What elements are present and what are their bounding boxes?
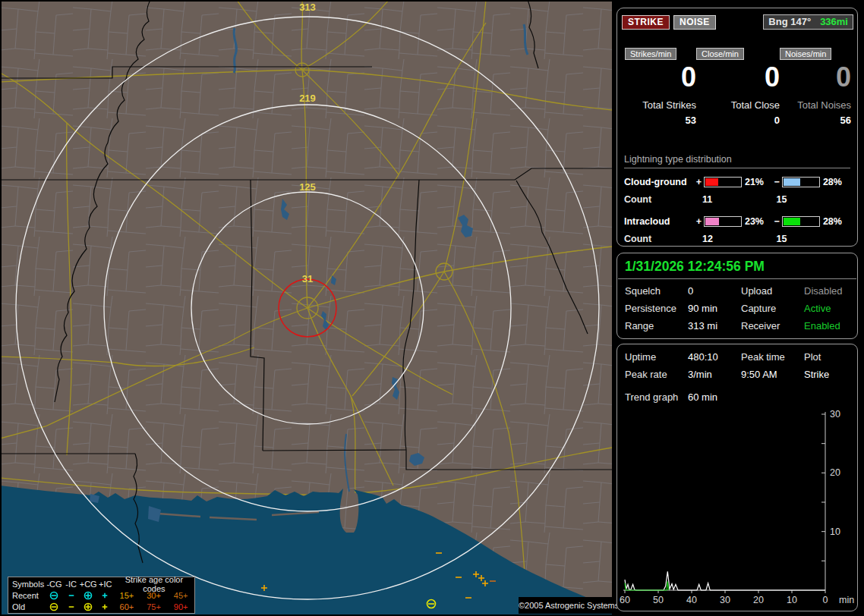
legend-row-label: Recent — [12, 591, 46, 600]
count-label: Count — [624, 194, 702, 205]
stats-row-2: Peak rate 3/min 9:50 AM Strike — [617, 369, 857, 380]
strikes-rate-value: 0 — [625, 63, 696, 92]
uptime-value: 480:10 — [688, 351, 741, 363]
legend-col--ic: -IC — [63, 580, 80, 589]
lightning-map[interactable]: 31321912531 — [2, 2, 612, 614]
cg-plus-count: 11 — [702, 194, 776, 205]
legend-header-row: Symbols -CG -IC +CG +IC Strike age color… — [12, 578, 194, 589]
upload-value: Disabled — [804, 285, 850, 297]
circle-plus-icon — [80, 602, 96, 612]
distance-value: 336mi — [820, 16, 848, 27]
uptime-label: Uptime — [625, 351, 688, 363]
ic-minus-bar — [782, 216, 819, 227]
distribution-title: Lightning type distribution — [624, 154, 850, 168]
total-noises-label: Total Noises — [780, 99, 851, 111]
ring-distance-label: 125 — [299, 181, 316, 193]
strike-symbol-plus — [102, 604, 108, 609]
stats-row-3: Trend graph 60 min — [617, 391, 857, 403]
strike-age-code: 45+ — [167, 591, 194, 600]
ic-plus-bar — [704, 216, 741, 227]
peak-time-value: 9:50 AM — [741, 369, 804, 380]
svg-text:20: 20 — [753, 595, 764, 605]
copyright-notice: ©2005 Astrogenic Systems — [519, 597, 612, 614]
squelch-label: Squelch — [625, 285, 688, 297]
ic-plus-percent: 23% — [745, 216, 772, 227]
intracloud-label: Intracloud — [624, 216, 694, 227]
strike-age-code: 15+ — [113, 591, 140, 600]
legend-row-label: Old — [12, 602, 46, 611]
strike-age-code: 60+ — [113, 602, 140, 611]
minus-icon — [63, 602, 80, 612]
receiver-value: Enabled — [804, 320, 850, 332]
trend-graph-label: Trend graph — [625, 391, 688, 403]
trend-window-value: 60 min — [688, 391, 741, 403]
noises-counter: Noises/min 0 Total Noises 56 — [780, 48, 851, 126]
svg-text:50: 50 — [653, 595, 664, 605]
svg-text:40: 40 — [686, 595, 697, 605]
strike-symbol-circle-plus — [84, 592, 91, 599]
close-counter: Close/min 0 Total Close 0 — [696, 48, 780, 126]
receiver-label: Receiver — [741, 320, 804, 332]
status-panel: 1/31/2026 12:24:56 PM Squelch 0 Upload D… — [616, 253, 858, 339]
strike-age-code: 90+ — [167, 602, 194, 611]
stats-row-1: Uptime 480:10 Peak time Plot — [617, 351, 857, 363]
plot-value: Strike — [804, 369, 850, 380]
svg-text:20: 20 — [830, 467, 840, 478]
noises-per-min-button[interactable]: Noises/min — [780, 48, 831, 60]
persistence-value: 90 min — [688, 303, 741, 314]
capture-label: Capture — [741, 303, 804, 314]
circle-minus-icon — [46, 602, 62, 612]
cg-minus-count: 15 — [777, 194, 850, 205]
trend-tick-labels: 3020106050403020100min — [620, 409, 854, 605]
svg-text:30: 30 — [720, 595, 730, 605]
peak-rate-label: Peak rate — [625, 369, 688, 380]
trend-chart: 3020106050403020100min — [617, 405, 857, 610]
trend-panel: Uptime 480:10 Peak time Plot Peak rate 3… — [616, 344, 858, 611]
total-noises-value: 56 — [780, 115, 851, 126]
ring-distance-label: 219 — [299, 93, 316, 104]
total-strikes-label: Total Strikes — [625, 99, 696, 111]
minus-sign: − — [772, 177, 781, 187]
bearing-value: Bng 147° — [768, 16, 811, 27]
svg-text:30: 30 — [830, 409, 840, 420]
persistence-label: Persistence — [625, 303, 688, 314]
plus-icon — [96, 590, 113, 601]
cg-plus-bar — [704, 177, 741, 187]
range-value: 313 mi — [688, 320, 741, 332]
svg-text:10: 10 — [787, 595, 797, 605]
toolbar: STRIKE NOISE Bng 147°336mi — [622, 14, 853, 30]
strike-mode-button[interactable]: STRIKE — [622, 15, 670, 30]
status-row-1: Squelch 0 Upload Disabled — [617, 285, 857, 297]
legend-row-old: Old60+75+90+ — [12, 601, 194, 612]
intracloud-count-row: Count 12 15 — [624, 234, 850, 244]
strike-symbol-plus — [102, 592, 108, 598]
noises-rate-value: 0 — [780, 63, 851, 92]
strike-symbol-circle-plus — [84, 603, 91, 610]
strikes-per-min-button[interactable]: Strikes/min — [625, 48, 676, 60]
ic-minus-percent: 28% — [823, 216, 850, 227]
close-per-min-button[interactable]: Close/min — [696, 48, 744, 60]
peak-rate-value: 3/min — [688, 369, 741, 380]
legend-col-+ic: +IC — [97, 580, 114, 589]
upload-label: Upload — [741, 285, 804, 297]
plus-sign: + — [694, 216, 703, 227]
cg-minus-bar — [782, 177, 819, 187]
cloud-ground-row: Cloud-ground + 21% − 28% — [624, 177, 850, 187]
status-row-2: Persistence 90 min Capture Active — [617, 303, 857, 314]
capture-value: Active — [804, 303, 850, 314]
peak-time-label: Peak time — [741, 351, 804, 363]
legend-col-+cg: +CG — [80, 580, 97, 589]
ring-distance-label: 31 — [302, 273, 313, 284]
rate-counters: Strikes/min 0 Total Strikes 53 Close/min… — [625, 48, 850, 126]
cg-plus-percent: 21% — [745, 177, 772, 187]
total-close-label: Total Close — [696, 99, 780, 111]
symbol-legend: Symbols -CG -IC +CG +IC Strike age color… — [8, 577, 195, 614]
ic-plus-count: 12 — [702, 234, 776, 244]
legend-row-recent: Recent15+30+45+ — [12, 589, 194, 601]
ring-distance-label: 313 — [299, 2, 316, 13]
noise-mode-button[interactable]: NOISE — [673, 15, 716, 30]
datetime-display: 1/31/2026 12:24:56 PM — [618, 253, 856, 279]
total-strikes-value: 53 — [625, 115, 696, 126]
map-area[interactable]: 31321912531 Symbols -CG -IC +CG +IC Stri… — [2, 2, 612, 614]
intracloud-row: Intracloud + 23% − 28% — [624, 216, 850, 227]
